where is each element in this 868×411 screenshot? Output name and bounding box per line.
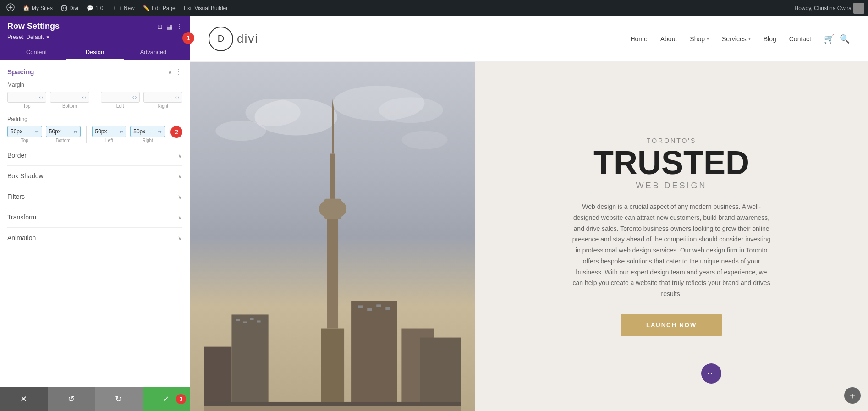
padding-top-input[interactable] [11, 128, 33, 135]
comments-button[interactable]: 💬 1 0 [84, 0, 106, 16]
padding-right-label: Right [130, 138, 165, 143]
animation-section-header[interactable]: Animation ∨ [7, 234, 182, 241]
svg-rect-19 [351, 301, 397, 411]
columns-icon[interactable]: ▦ [166, 23, 172, 30]
padding-right-link-icon: ⇔ [158, 129, 162, 135]
new-button[interactable]: ＋ + New [109, 0, 137, 16]
edit-page-button[interactable]: ✏️ Edit Page [140, 0, 178, 16]
search-icon[interactable]: 🔍 [840, 34, 850, 44]
margin-top-link-icon: ⇔ [39, 94, 43, 100]
hero-image [190, 62, 475, 411]
padding-label: Padding [7, 116, 182, 122]
padding-bottom-input[interactable] [49, 128, 71, 135]
redo-button[interactable]: ↻ [95, 387, 143, 411]
panel-tabs: Content Design Advanced [7, 45, 182, 60]
tab-content[interactable]: Content [7, 45, 66, 60]
logo-d: D [218, 33, 224, 44]
undo-icon: ↺ [68, 394, 75, 404]
menu-item-services[interactable]: Services ▾ [722, 35, 751, 43]
plus-icon: ＋ [111, 4, 117, 12]
menu-item-shop[interactable]: Shop ▾ [690, 35, 709, 43]
left-panel: Row Settings ⊡ ▦ ⋮ Preset: Default ▼ 1 C… [0, 16, 190, 411]
menu-item-about[interactable]: About [660, 35, 677, 43]
site-menu: Home About Shop ▾ Services ▾ Blog Contac [630, 34, 850, 44]
padding-right-input[interactable] [133, 128, 156, 135]
my-sites-button[interactable]: 🏠 My Sites [20, 0, 55, 16]
svg-point-2 [245, 99, 300, 126]
padding-top-link-icon: ⇔ [35, 129, 39, 135]
panel-title-icons: ⊡ ▦ ⋮ [157, 23, 182, 30]
tab-advanced[interactable]: Advanced [124, 45, 182, 60]
preset-dropdown-icon[interactable]: ▼ [45, 35, 50, 40]
margin-right-input[interactable] [147, 94, 173, 100]
filters-title: Filters [7, 193, 25, 200]
padding-bottom-link-icon: ⇔ [73, 129, 77, 135]
margin-top-input[interactable] [11, 94, 37, 100]
panel-title-row: Row Settings ⊡ ▦ ⋮ [7, 22, 182, 31]
save-icon: ✓ [163, 394, 170, 404]
howdy-text: Howdy, Christina Gwira [795, 5, 852, 11]
float-dots-button[interactable]: ⋯ [701, 363, 721, 384]
services-dropdown-icon: ▾ [748, 36, 751, 41]
hero-content: TORONTO'S TRUSTED WEB DESIGN Web design … [475, 62, 868, 411]
margin-bottom-input-wrap: ⇔ [50, 92, 89, 103]
float-plus-button[interactable]: ＋ [844, 387, 861, 404]
menu-item-contact[interactable]: Contact [789, 35, 811, 43]
tab-design[interactable]: Design [66, 45, 124, 60]
margin-label: Margin [7, 82, 182, 88]
hero-subtitle: TORONTO'S [647, 137, 697, 144]
hero-body-text: Web design is a crucial aspect of any mo… [571, 202, 772, 300]
section-controls: ∧ ⋮ [168, 67, 182, 76]
box-shadow-section-header[interactable]: Box Shadow ∨ [7, 172, 182, 180]
filters-chevron-icon: ∨ [178, 193, 182, 200]
svg-rect-20 [358, 305, 363, 308]
save-button[interactable]: ✓ 3 [143, 387, 190, 411]
undo-button[interactable]: ↺ [48, 387, 95, 411]
margin-right-label: Right [143, 104, 182, 109]
animation-chevron-icon: ∨ [178, 235, 182, 241]
filters-section-header[interactable]: Filters ∨ [7, 193, 182, 200]
preset-label: Preset: Default [7, 34, 44, 40]
cancel-icon: ✕ [20, 394, 27, 404]
padding-top-label: Top [7, 138, 42, 143]
collapse-spacing-icon[interactable]: ∧ [168, 68, 172, 76]
divi-button[interactable]: D Divi [58, 0, 81, 16]
panel-footer: ✕ ↺ ↻ ✓ 3 [0, 387, 190, 411]
exit-builder-button[interactable]: Exit Visual Builder [181, 0, 231, 16]
menu-item-blog[interactable]: Blog [764, 35, 776, 43]
margin-bottom-input[interactable] [53, 94, 80, 100]
border-section: Border ∨ [7, 145, 182, 165]
padding-row-wrap: ⇔ Top ⇔ Bottom [7, 126, 182, 145]
svg-rect-22 [376, 304, 381, 307]
transform-section-header[interactable]: Transform ∨ [7, 214, 182, 221]
padding-fields-row: ⇔ Top ⇔ Bottom [7, 126, 165, 143]
animation-title: Animation [7, 234, 36, 241]
padding-group: Padding ⇔ Top ⇔ [7, 116, 182, 145]
menu-icons: 🛒 🔍 [824, 34, 850, 44]
border-chevron-icon: ∨ [178, 152, 182, 159]
panel-content: Spacing ∧ ⋮ Margin ⇔ Top [0, 60, 190, 387]
padding-left-input[interactable] [95, 128, 118, 135]
margin-left-input[interactable] [104, 94, 131, 100]
svg-rect-11 [324, 199, 341, 219]
cart-icon[interactable]: 🛒 [824, 34, 834, 44]
launch-now-button[interactable]: LAUNCH NOW [621, 314, 722, 336]
expand-icon[interactable]: ⊡ [157, 23, 163, 30]
svg-point-5 [215, 121, 266, 141]
more-icon[interactable]: ⋮ [176, 23, 182, 30]
wp-icon-button[interactable] [4, 0, 17, 16]
hero-section: TORONTO'S TRUSTED WEB DESIGN Web design … [190, 62, 868, 411]
menu-item-home[interactable]: Home [630, 35, 647, 43]
margin-top-label: Top [7, 104, 46, 109]
panel-title: Row Settings [7, 22, 60, 31]
comment-count: 0 [100, 5, 104, 11]
border-section-header[interactable]: Border ∨ [7, 152, 182, 159]
panel-header: Row Settings ⊡ ▦ ⋮ Preset: Default ▼ 1 C… [0, 16, 190, 60]
pencil-icon: ✏️ [143, 5, 150, 11]
spacing-menu-icon[interactable]: ⋮ [175, 67, 182, 76]
wp-icon [6, 3, 15, 13]
cancel-button[interactable]: ✕ [0, 387, 48, 411]
margin-top-field: ⇔ Top [7, 92, 46, 109]
svg-rect-28 [204, 406, 461, 411]
admin-user-info: Howdy, Christina Gwira [795, 3, 864, 14]
